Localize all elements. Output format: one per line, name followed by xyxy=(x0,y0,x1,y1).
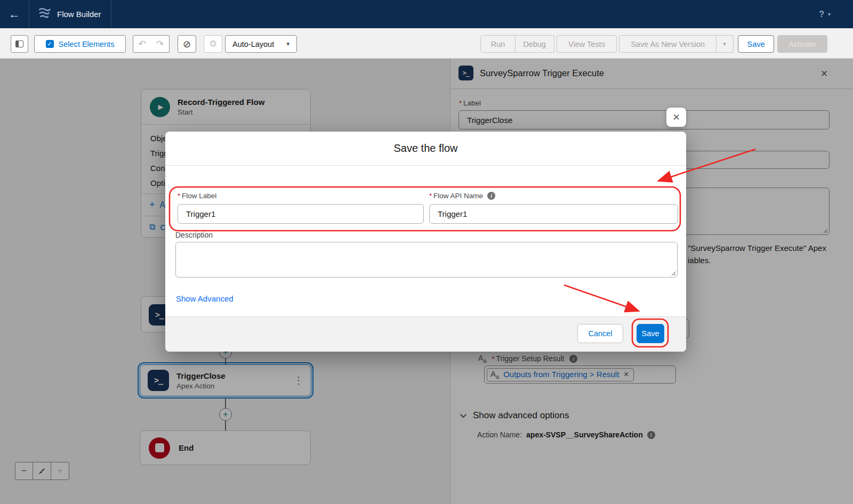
toolbar-save-label: Save xyxy=(747,40,765,48)
run-button[interactable]: Run xyxy=(480,35,516,53)
toolbar: ✓ Select Elements ↶ ↷ ⊘ ⚙ Auto-Layout ▾ … xyxy=(0,28,853,59)
layout-select-value: Auto-Layout xyxy=(232,40,274,48)
app-title: Flow Builder xyxy=(57,10,101,19)
modal-save-button[interactable]: Save xyxy=(637,324,664,343)
layout-select[interactable]: Auto-Layout ▾ xyxy=(225,35,297,53)
undo-button[interactable]: ↶ xyxy=(133,35,151,53)
back-button[interactable]: ← xyxy=(0,0,29,28)
undo-icon: ↶ xyxy=(138,38,146,50)
modal-close-button[interactable]: ✕ xyxy=(666,108,686,127)
toggle-panel-button[interactable] xyxy=(11,35,28,53)
required-mark: * xyxy=(178,192,180,200)
panel-toggle-icon xyxy=(15,40,23,47)
back-arrow-icon: ← xyxy=(9,9,20,20)
app-header: ← Flow Builder ? ▾ xyxy=(0,0,853,28)
disable-icon: ⊘ xyxy=(183,38,191,50)
view-tests-button[interactable]: View Tests xyxy=(557,35,617,53)
modal-title: Save the flow xyxy=(165,132,686,166)
disable-elements-button[interactable]: ⊘ xyxy=(178,35,196,53)
flow-api-name-label: *Flow API Name i xyxy=(429,192,495,200)
flow-label-input[interactable] xyxy=(178,204,424,224)
flow-api-name-input[interactable] xyxy=(429,204,678,224)
modal-save-label: Save xyxy=(641,329,659,338)
view-tests-label: View Tests xyxy=(568,40,605,48)
toolbar-save-button[interactable]: Save xyxy=(738,35,774,53)
flow-builder-screen: ← Flow Builder ? ▾ ✓ xyxy=(0,0,853,504)
chevron-down-icon: ▾ xyxy=(828,11,831,17)
cancel-button[interactable]: Cancel xyxy=(577,324,623,343)
gear-icon: ⚙ xyxy=(209,38,217,50)
save-options-dropdown-button[interactable]: ▾ xyxy=(716,35,734,53)
chevron-down-icon: ▾ xyxy=(723,40,726,47)
select-elements-button[interactable]: ✓ Select Elements xyxy=(34,35,126,53)
save-as-new-version-label: Save As New Version xyxy=(631,40,705,48)
description-textarea[interactable] xyxy=(175,242,678,278)
save-as-new-version-button[interactable]: Save As New Version xyxy=(619,35,717,53)
help-menu[interactable]: ? ▾ xyxy=(819,0,831,28)
debug-button[interactable]: Debug xyxy=(515,35,554,53)
settings-button[interactable]: ⚙ xyxy=(204,35,222,53)
select-elements-label: Select Elements xyxy=(59,40,115,48)
description-label: Description xyxy=(175,231,213,239)
app-brand: Flow Builder xyxy=(29,0,111,28)
show-advanced-link[interactable]: Show Advanced xyxy=(176,294,234,303)
checkbox-check-icon: ✓ xyxy=(46,40,54,48)
flow-builder-logo-icon xyxy=(37,7,51,22)
resize-handle-icon[interactable] xyxy=(670,270,676,276)
activate-button[interactable]: Activate xyxy=(777,35,827,53)
chevron-down-icon: ▾ xyxy=(286,40,289,47)
save-flow-modal: Save the flow *Flow Label *Flow API Name… xyxy=(165,132,686,352)
cancel-label: Cancel xyxy=(588,329,612,338)
modal-footer: Cancel Save xyxy=(165,316,686,352)
run-label: Run xyxy=(491,40,505,48)
debug-label: Debug xyxy=(523,40,546,48)
close-icon: ✕ xyxy=(672,112,680,123)
info-icon[interactable]: i xyxy=(487,192,495,200)
redo-icon: ↷ xyxy=(156,38,164,50)
required-mark: * xyxy=(429,192,432,200)
activate-label: Activate xyxy=(788,40,816,48)
help-icon: ? xyxy=(819,10,824,19)
flow-label-label: *Flow Label xyxy=(178,192,216,200)
redo-button[interactable]: ↷ xyxy=(151,35,170,53)
